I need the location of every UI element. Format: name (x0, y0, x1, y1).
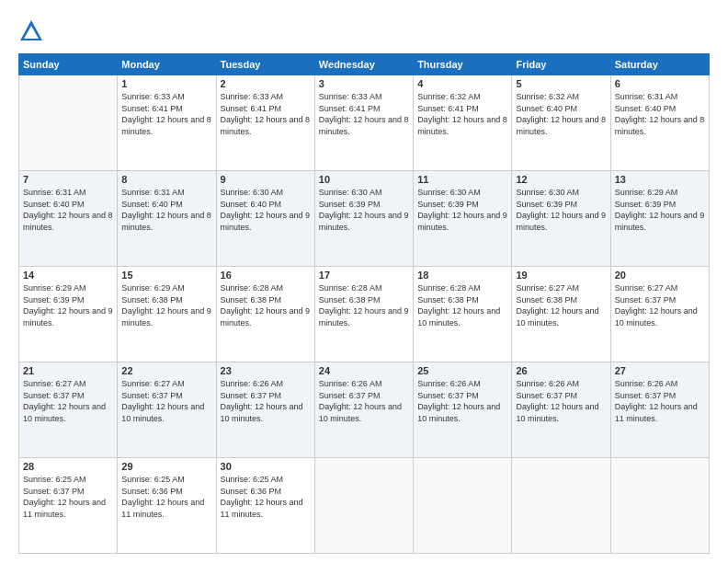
calendar-cell: 21Sunrise: 6:27 AM Sunset: 6:37 PM Dayli… (19, 362, 118, 458)
day-number: 4 (417, 78, 507, 89)
calendar-week-row: 21Sunrise: 6:27 AM Sunset: 6:37 PM Dayli… (19, 362, 710, 458)
day-number: 29 (121, 461, 211, 472)
calendar-header-saturday: Saturday (610, 54, 709, 75)
day-info: Sunrise: 6:27 AM Sunset: 6:37 PM Dayligh… (23, 378, 113, 424)
day-info: Sunrise: 6:29 AM Sunset: 6:39 PM Dayligh… (615, 187, 705, 233)
calendar-cell: 17Sunrise: 6:28 AM Sunset: 6:38 PM Dayli… (314, 267, 413, 362)
day-number: 30 (221, 461, 311, 472)
calendar-header-friday: Friday (512, 54, 610, 75)
day-number: 6 (615, 78, 705, 89)
calendar-cell: 26Sunrise: 6:26 AM Sunset: 6:37 PM Dayli… (512, 362, 610, 458)
calendar-cell: 13Sunrise: 6:29 AM Sunset: 6:39 PM Dayli… (610, 171, 709, 267)
day-number: 19 (516, 270, 606, 281)
day-info: Sunrise: 6:30 AM Sunset: 6:39 PM Dayligh… (319, 187, 409, 233)
day-number: 18 (417, 270, 507, 281)
page: SundayMondayTuesdayWednesdayThursdayFrid… (0, 0, 728, 563)
calendar-cell: 30Sunrise: 6:25 AM Sunset: 6:36 PM Dayli… (216, 458, 314, 554)
day-number: 20 (615, 270, 705, 281)
day-info: Sunrise: 6:25 AM Sunset: 6:36 PM Dayligh… (221, 474, 311, 520)
calendar-table: SundayMondayTuesdayWednesdayThursdayFrid… (18, 53, 710, 554)
day-info: Sunrise: 6:28 AM Sunset: 6:38 PM Dayligh… (417, 282, 507, 328)
day-info: Sunrise: 6:25 AM Sunset: 6:37 PM Dayligh… (23, 474, 113, 520)
calendar-week-row: 14Sunrise: 6:29 AM Sunset: 6:39 PM Dayli… (19, 267, 710, 362)
calendar-cell: 5Sunrise: 6:32 AM Sunset: 6:40 PM Daylig… (512, 75, 610, 171)
day-info: Sunrise: 6:26 AM Sunset: 6:37 PM Dayligh… (615, 378, 705, 424)
calendar-week-row: 1Sunrise: 6:33 AM Sunset: 6:41 PM Daylig… (19, 75, 710, 171)
calendar-cell: 10Sunrise: 6:30 AM Sunset: 6:39 PM Dayli… (314, 171, 413, 267)
calendar-cell: 9Sunrise: 6:30 AM Sunset: 6:40 PM Daylig… (216, 171, 314, 267)
calendar-cell: 20Sunrise: 6:27 AM Sunset: 6:37 PM Dayli… (610, 267, 709, 362)
day-number: 25 (417, 365, 507, 376)
calendar-cell: 19Sunrise: 6:27 AM Sunset: 6:38 PM Dayli… (512, 267, 610, 362)
day-number: 13 (615, 174, 705, 185)
day-info: Sunrise: 6:27 AM Sunset: 6:38 PM Dayligh… (516, 282, 606, 328)
day-info: Sunrise: 6:26 AM Sunset: 6:37 PM Dayligh… (417, 378, 507, 424)
day-number: 17 (319, 270, 409, 281)
calendar-week-row: 7Sunrise: 6:31 AM Sunset: 6:40 PM Daylig… (19, 171, 710, 267)
calendar-header-sunday: Sunday (19, 54, 118, 75)
day-number: 2 (221, 78, 311, 89)
calendar-cell (314, 458, 413, 554)
day-info: Sunrise: 6:28 AM Sunset: 6:38 PM Dayligh… (319, 282, 409, 328)
day-number: 27 (615, 365, 705, 376)
day-number: 5 (516, 78, 606, 89)
day-info: Sunrise: 6:27 AM Sunset: 6:37 PM Dayligh… (615, 282, 705, 328)
day-info: Sunrise: 6:26 AM Sunset: 6:37 PM Dayligh… (221, 378, 311, 424)
day-info: Sunrise: 6:33 AM Sunset: 6:41 PM Dayligh… (319, 91, 409, 137)
day-info: Sunrise: 6:30 AM Sunset: 6:39 PM Dayligh… (516, 187, 606, 233)
day-info: Sunrise: 6:26 AM Sunset: 6:37 PM Dayligh… (319, 378, 409, 424)
calendar-cell: 22Sunrise: 6:27 AM Sunset: 6:37 PM Dayli… (118, 362, 216, 458)
day-info: Sunrise: 6:32 AM Sunset: 6:40 PM Dayligh… (516, 91, 606, 137)
day-number: 22 (121, 365, 211, 376)
day-info: Sunrise: 6:26 AM Sunset: 6:37 PM Dayligh… (516, 378, 606, 424)
day-number: 26 (516, 365, 606, 376)
day-number: 24 (319, 365, 409, 376)
calendar-cell: 6Sunrise: 6:31 AM Sunset: 6:40 PM Daylig… (610, 75, 709, 171)
day-number: 12 (516, 174, 606, 185)
calendar-cell: 18Sunrise: 6:28 AM Sunset: 6:38 PM Dayli… (414, 267, 512, 362)
calendar-cell: 27Sunrise: 6:26 AM Sunset: 6:37 PM Dayli… (610, 362, 709, 458)
day-number: 10 (319, 174, 409, 185)
day-info: Sunrise: 6:31 AM Sunset: 6:40 PM Dayligh… (121, 187, 211, 233)
calendar-cell (512, 458, 610, 554)
calendar-cell: 3Sunrise: 6:33 AM Sunset: 6:41 PM Daylig… (314, 75, 413, 171)
calendar-header-monday: Monday (118, 54, 216, 75)
day-number: 8 (121, 174, 211, 185)
day-info: Sunrise: 6:28 AM Sunset: 6:38 PM Dayligh… (221, 282, 311, 328)
calendar-cell: 16Sunrise: 6:28 AM Sunset: 6:38 PM Dayli… (216, 267, 314, 362)
header (18, 18, 710, 44)
calendar-cell: 1Sunrise: 6:33 AM Sunset: 6:41 PM Daylig… (118, 75, 216, 171)
day-number: 15 (121, 270, 211, 281)
calendar-header-thursday: Thursday (414, 54, 512, 75)
day-info: Sunrise: 6:33 AM Sunset: 6:41 PM Dayligh… (221, 91, 311, 137)
calendar-header-row: SundayMondayTuesdayWednesdayThursdayFrid… (19, 54, 710, 75)
day-info: Sunrise: 6:29 AM Sunset: 6:39 PM Dayligh… (23, 282, 113, 328)
calendar-week-row: 28Sunrise: 6:25 AM Sunset: 6:37 PM Dayli… (19, 458, 710, 554)
day-info: Sunrise: 6:30 AM Sunset: 6:39 PM Dayligh… (417, 187, 507, 233)
calendar-cell: 2Sunrise: 6:33 AM Sunset: 6:41 PM Daylig… (216, 75, 314, 171)
calendar-cell: 7Sunrise: 6:31 AM Sunset: 6:40 PM Daylig… (19, 171, 118, 267)
calendar-cell: 11Sunrise: 6:30 AM Sunset: 6:39 PM Dayli… (414, 171, 512, 267)
day-info: Sunrise: 6:30 AM Sunset: 6:40 PM Dayligh… (221, 187, 311, 233)
calendar-cell (19, 75, 118, 171)
calendar-cell: 8Sunrise: 6:31 AM Sunset: 6:40 PM Daylig… (118, 171, 216, 267)
day-number: 23 (221, 365, 311, 376)
calendar-cell (610, 458, 709, 554)
calendar-cell: 14Sunrise: 6:29 AM Sunset: 6:39 PM Dayli… (19, 267, 118, 362)
calendar-cell: 4Sunrise: 6:32 AM Sunset: 6:41 PM Daylig… (414, 75, 512, 171)
calendar-cell: 24Sunrise: 6:26 AM Sunset: 6:37 PM Dayli… (314, 362, 413, 458)
day-info: Sunrise: 6:31 AM Sunset: 6:40 PM Dayligh… (615, 91, 705, 137)
day-number: 7 (23, 174, 113, 185)
day-number: 21 (23, 365, 113, 376)
calendar-cell (414, 458, 512, 554)
calendar-cell: 15Sunrise: 6:29 AM Sunset: 6:38 PM Dayli… (118, 267, 216, 362)
day-info: Sunrise: 6:32 AM Sunset: 6:41 PM Dayligh… (417, 91, 507, 137)
logo-icon (18, 18, 44, 44)
day-number: 14 (23, 270, 113, 281)
day-number: 1 (121, 78, 211, 89)
day-info: Sunrise: 6:27 AM Sunset: 6:37 PM Dayligh… (121, 378, 211, 424)
day-info: Sunrise: 6:33 AM Sunset: 6:41 PM Dayligh… (121, 91, 211, 137)
calendar-cell: 23Sunrise: 6:26 AM Sunset: 6:37 PM Dayli… (216, 362, 314, 458)
logo (18, 18, 48, 44)
calendar-cell: 29Sunrise: 6:25 AM Sunset: 6:36 PM Dayli… (118, 458, 216, 554)
